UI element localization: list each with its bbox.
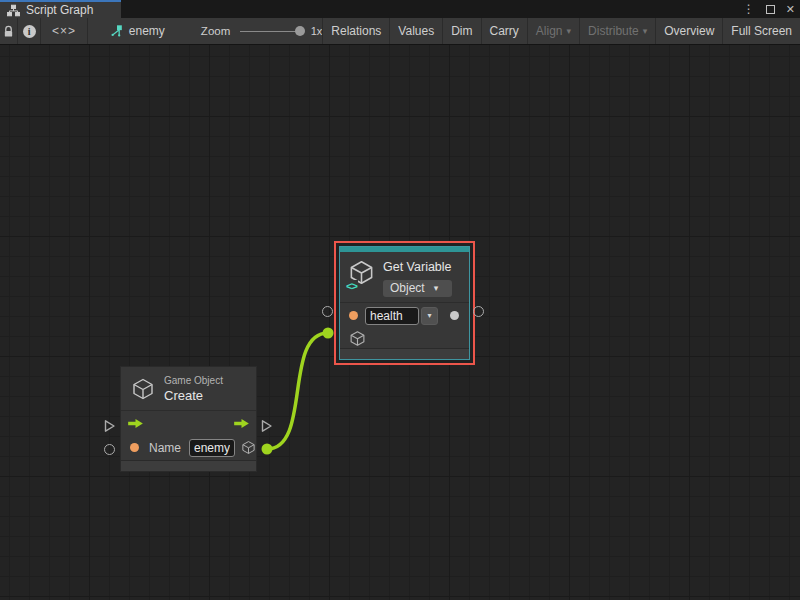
full-screen-button[interactable]: Full Screen: [722, 18, 800, 44]
values-button[interactable]: Values: [389, 18, 442, 44]
caret-down-icon: ▾: [434, 284, 439, 293]
get-variable-node[interactable]: <> Get Variable Object ▾ ▾: [339, 246, 470, 360]
variable-type-glyph: <>: [346, 280, 358, 292]
connection-start-dot[interactable]: [262, 444, 273, 455]
caret-down-icon: ▾: [427, 311, 431, 320]
get-variable-header: <> Get Variable Object ▾: [340, 252, 469, 302]
variable-name-dropdown[interactable]: ▾: [421, 307, 438, 325]
variable-scope-dropdown[interactable]: Object ▾: [383, 280, 452, 297]
info-button[interactable]: i: [18, 18, 41, 44]
zoom-slider[interactable]: [240, 26, 303, 36]
variable-name-input[interactable]: [365, 307, 419, 325]
carry-button[interactable]: Carry: [481, 18, 527, 44]
graph-canvas[interactable]: Game Object Create Name: [0, 45, 800, 600]
caret-down-icon: ▾: [567, 27, 572, 36]
variable-cube-icon: <>: [348, 259, 375, 289]
toolbar-buttons: Relations Values Dim Carry Align ▾ Distr…: [322, 18, 800, 44]
code-preview-button[interactable]: <×>: [41, 18, 88, 44]
info-icon: i: [23, 25, 36, 38]
flow-input-arrow-icon[interactable]: [127, 418, 144, 429]
align-button[interactable]: Align ▾: [527, 18, 579, 44]
create-node-category: Game Object: [164, 375, 223, 386]
connection-end-dot[interactable]: [323, 328, 334, 339]
game-object-type-icon: [349, 330, 366, 347]
variable-right-port[interactable]: [473, 306, 484, 317]
name-value-input[interactable]: [189, 439, 235, 457]
create-name-row: Name: [121, 436, 256, 460]
lock-icon: [3, 25, 14, 38]
relations-button[interactable]: Relations: [322, 18, 389, 44]
zoom-slider-handle[interactable]: [295, 26, 305, 36]
name-input-port[interactable]: [130, 443, 139, 452]
value-output-port[interactable]: [450, 311, 459, 320]
variable-scope-value: Object: [390, 281, 425, 295]
distribute-button[interactable]: Distribute ▾: [579, 18, 655, 44]
name-label: Name: [149, 441, 181, 455]
get-variable-selection-outline: <> Get Variable Object ▾ ▾: [334, 241, 475, 365]
graph-node-icon: [110, 24, 124, 38]
maximize-icon[interactable]: [766, 5, 775, 14]
game-object-type-icon: [241, 439, 256, 456]
align-label: Align: [536, 24, 563, 38]
flow-output-port[interactable]: [260, 419, 273, 433]
game-object-cube-icon: [131, 377, 155, 401]
variable-left-port[interactable]: [322, 306, 333, 317]
close-icon[interactable]: ✕: [786, 4, 795, 15]
overview-button[interactable]: Overview: [655, 18, 722, 44]
get-variable-title: Get Variable: [383, 260, 452, 274]
variable-object-row: [340, 328, 469, 348]
gameobject-connection-wire[interactable]: [262, 328, 334, 455]
create-node-header: Game Object Create: [121, 367, 256, 410]
distribute-label: Distribute: [588, 24, 639, 38]
variable-value-row: ▾: [340, 303, 469, 328]
flow-output-arrow-icon[interactable]: [233, 418, 250, 429]
zoom-value: 1x: [311, 25, 323, 37]
caret-down-icon: ▾: [643, 27, 648, 36]
lock-button[interactable]: [0, 18, 18, 44]
create-flow-row: [121, 411, 256, 436]
name-value-port[interactable]: [104, 444, 115, 455]
create-node-footer: [121, 460, 256, 471]
relations-label: Relations: [331, 24, 381, 38]
create-node[interactable]: Game Object Create Name: [120, 366, 257, 472]
carry-label: Carry: [490, 24, 519, 38]
zoom-label: Zoom: [201, 25, 230, 37]
variable-name-port[interactable]: [349, 311, 358, 320]
overview-label: Overview: [664, 24, 714, 38]
flow-input-port[interactable]: [103, 419, 116, 433]
full-screen-label: Full Screen: [731, 24, 792, 38]
tab-script-graph[interactable]: Script Graph: [0, 0, 121, 18]
kebab-menu-icon[interactable]: ⋮: [743, 3, 755, 15]
graph-toolbar: i <×> enemy Zoom 1x Relations Values Dim…: [0, 18, 800, 45]
dim-label: Dim: [451, 24, 472, 38]
graph-name: enemy: [129, 24, 165, 38]
create-node-title: Create: [164, 388, 223, 403]
window-controls: ⋮ ✕: [743, 0, 795, 18]
code-icon: <×>: [52, 24, 76, 38]
values-label: Values: [398, 24, 434, 38]
tab-title: Script Graph: [26, 3, 93, 17]
script-graph-window: Script Graph ⋮ ✕ i <×>: [0, 0, 800, 600]
graph-breadcrumb[interactable]: enemy: [110, 18, 165, 44]
graph-hierarchy-icon: [7, 4, 20, 17]
dim-button[interactable]: Dim: [442, 18, 480, 44]
get-variable-footer: [340, 348, 469, 359]
tab-bar: Script Graph ⋮ ✕: [0, 0, 800, 18]
